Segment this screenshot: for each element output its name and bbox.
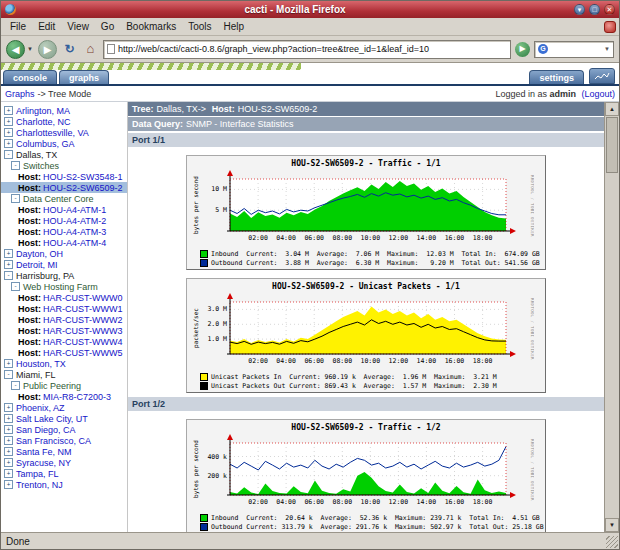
host-link[interactable]: HAR-CUST-WWW0 — [43, 293, 123, 303]
tree-expander-icon[interactable]: + — [4, 447, 13, 456]
tree-label[interactable]: Web Hosting Farm — [23, 282, 98, 292]
tree-expander-icon[interactable]: + — [4, 128, 13, 137]
go-button[interactable]: ▶ — [515, 42, 530, 57]
tree-label[interactable]: Public Peering — [23, 381, 81, 391]
menu-edit[interactable]: Edit — [32, 20, 61, 33]
host-link[interactable]: HOU-A4-ATM-2 — [43, 216, 106, 226]
tree-item-san-francisco-ca[interactable]: +San Francisco, CA — [1, 435, 127, 446]
tree-host-hou-s2-sw6509-2[interactable]: Host:HOU-S2-SW6509-2 — [1, 182, 127, 193]
tree-expander-icon[interactable]: + — [4, 458, 13, 467]
tree-expander-icon[interactable]: + — [4, 414, 13, 423]
tree-item-charlotte-nc[interactable]: +Charlotte, NC — [1, 116, 127, 127]
tree-item-detroit-mi[interactable]: +Detroit, MI — [1, 259, 127, 270]
tree-expander-icon[interactable]: - — [11, 194, 20, 203]
tree-label[interactable]: Columbus, GA — [16, 139, 75, 149]
tree-label[interactable]: Salt Lake City, UT — [16, 414, 88, 424]
tree-item-salt-lake-city-ut[interactable]: +Salt Lake City, UT — [1, 413, 127, 424]
tree-expander-icon[interactable]: - — [11, 381, 20, 390]
host-link[interactable]: HAR-CUST-WWW5 — [43, 348, 123, 358]
url-bar[interactable] — [103, 40, 511, 59]
back-button[interactable]: ◀ — [6, 40, 25, 59]
tree-expander-icon[interactable]: + — [4, 249, 13, 258]
tree-item-houston-tx[interactable]: +Houston, TX — [1, 358, 127, 369]
tree-expander-icon[interactable]: + — [4, 117, 13, 126]
tree-item-arlington-ma[interactable]: +Arlington, MA — [1, 105, 127, 116]
tree-item-switches[interactable]: -Switches — [1, 160, 127, 171]
host-link[interactable]: HAR-CUST-WWW1 — [43, 304, 123, 314]
tree-host-mia-r8-c7200-3[interactable]: Host:MIA-R8-C7200-3 — [1, 391, 127, 402]
tree-item-columbus-ga[interactable]: +Columbus, GA — [1, 138, 127, 149]
tree-expander-icon[interactable]: + — [4, 469, 13, 478]
search-input[interactable] — [550, 43, 602, 55]
scrollbar-thumb[interactable] — [606, 117, 618, 173]
tree-host-hou-s2-sw3548-1[interactable]: Host:HOU-S2-SW3548-1 — [1, 171, 127, 182]
tree-label[interactable]: Detroit, MI — [16, 260, 58, 270]
graph-traffic-1-1[interactable]: HOU-S2-SW6509-2 - Traffic - 1/102:0004:0… — [186, 155, 546, 270]
host-link[interactable]: HAR-CUST-WWW2 — [43, 315, 123, 325]
logout-link[interactable]: (Logout) — [581, 89, 615, 99]
host-link[interactable]: HAR-CUST-WWW3 — [43, 326, 123, 336]
tree-expander-icon[interactable]: + — [4, 480, 13, 489]
maximize-button[interactable]: □ — [589, 4, 600, 15]
search-engine-icon[interactable]: G — [538, 44, 548, 54]
tree-label[interactable]: Data Center Core — [23, 194, 94, 204]
tree-expander-icon[interactable]: + — [4, 139, 13, 148]
tree-host-har-cust-www1[interactable]: Host:HAR-CUST-WWW1 — [1, 303, 127, 314]
tree-expander-icon[interactable]: - — [11, 282, 20, 291]
tree-host-har-cust-www0[interactable]: Host:HAR-CUST-WWW0 — [1, 292, 127, 303]
tree-expander-icon[interactable]: - — [11, 161, 20, 170]
tree-expander-icon[interactable]: + — [4, 436, 13, 445]
scrollbar-trough[interactable] — [605, 116, 619, 518]
tab-console[interactable]: console — [3, 70, 57, 84]
tree-host-har-cust-www4[interactable]: Host:HAR-CUST-WWW4 — [1, 336, 127, 347]
tree-expander-icon[interactable]: + — [4, 106, 13, 115]
tree-expander-icon[interactable]: - — [4, 370, 13, 379]
tab-settings[interactable]: settings — [529, 70, 584, 84]
host-link[interactable]: HOU-S2-SW3548-1 — [43, 172, 123, 182]
tree-item-data-center-core[interactable]: -Data Center Core — [1, 193, 127, 204]
tree-label[interactable]: Syracuse, NY — [16, 458, 71, 468]
tree-item-phoenix-az[interactable]: +Phoenix, AZ — [1, 402, 127, 413]
tree-expander-icon[interactable]: - — [4, 150, 13, 159]
tree-label[interactable]: Switches — [23, 161, 59, 171]
graph-view-button[interactable] — [589, 68, 615, 84]
tree-expander-icon[interactable]: - — [4, 271, 13, 280]
host-link[interactable]: HOU-A4-ATM-3 — [43, 227, 106, 237]
host-link[interactable]: HOU-A4-ATM-4 — [43, 238, 106, 248]
tree-host-hou-a4-atm-1[interactable]: Host:HOU-A4-ATM-1 — [1, 204, 127, 215]
menu-go[interactable]: Go — [95, 20, 120, 33]
tree-label[interactable]: Trenton, NJ — [16, 480, 63, 490]
home-icon[interactable]: ⌂ — [82, 41, 99, 58]
host-link[interactable]: HOU-A4-ATM-1 — [43, 205, 106, 215]
tree-item-miami-fl[interactable]: -Miami, FL — [1, 369, 127, 380]
graph-traffic-1-2[interactable]: HOU-S2-SW6509-2 - Traffic - 1/202:0004:0… — [186, 419, 546, 532]
tree-item-santa-fe-nm[interactable]: +Santa Fe, NM — [1, 446, 127, 457]
tree-label[interactable]: Tampa, FL — [16, 469, 59, 479]
menu-tools[interactable]: Tools — [182, 20, 217, 33]
tree-item-web-hosting-farm[interactable]: -Web Hosting Farm — [1, 281, 127, 292]
tree-label[interactable]: San Diego, CA — [16, 425, 76, 435]
tree-label[interactable]: Houston, TX — [16, 359, 66, 369]
resize-grip[interactable] — [606, 536, 618, 548]
url-input[interactable] — [118, 44, 507, 54]
host-link[interactable]: MIA-R8-C7200-3 — [43, 392, 111, 402]
tab-graphs[interactable]: graphs — [59, 70, 109, 84]
tree-host-har-cust-www5[interactable]: Host:HAR-CUST-WWW5 — [1, 347, 127, 358]
scroll-up-icon[interactable]: ▲ — [605, 102, 619, 116]
tree-label[interactable]: Charlotte, NC — [16, 117, 71, 127]
tree-label[interactable]: Arlington, MA — [16, 106, 70, 116]
tree-label[interactable]: Phoenix, AZ — [16, 403, 65, 413]
tree-label[interactable]: Harrisburg, PA — [16, 271, 74, 281]
minimize-button[interactable]: ▾ — [574, 4, 585, 15]
tree-item-trenton-nj[interactable]: +Trenton, NJ — [1, 479, 127, 490]
close-button[interactable]: ✕ — [604, 4, 615, 15]
tree-item-tampa-fl[interactable]: +Tampa, FL — [1, 468, 127, 479]
forward-button[interactable]: ▶ — [38, 40, 57, 59]
reload-icon[interactable]: ↻ — [61, 41, 78, 58]
tree-item-san-diego-ca[interactable]: +San Diego, CA — [1, 424, 127, 435]
tree-item-dayton-oh[interactable]: +Dayton, OH — [1, 248, 127, 259]
breadcrumb-graphs-link[interactable]: Graphs — [5, 89, 35, 99]
menu-bookmarks[interactable]: Bookmarks — [120, 20, 182, 33]
tree-label[interactable]: Miami, FL — [16, 370, 56, 380]
tree-expander-icon[interactable]: + — [4, 425, 13, 434]
